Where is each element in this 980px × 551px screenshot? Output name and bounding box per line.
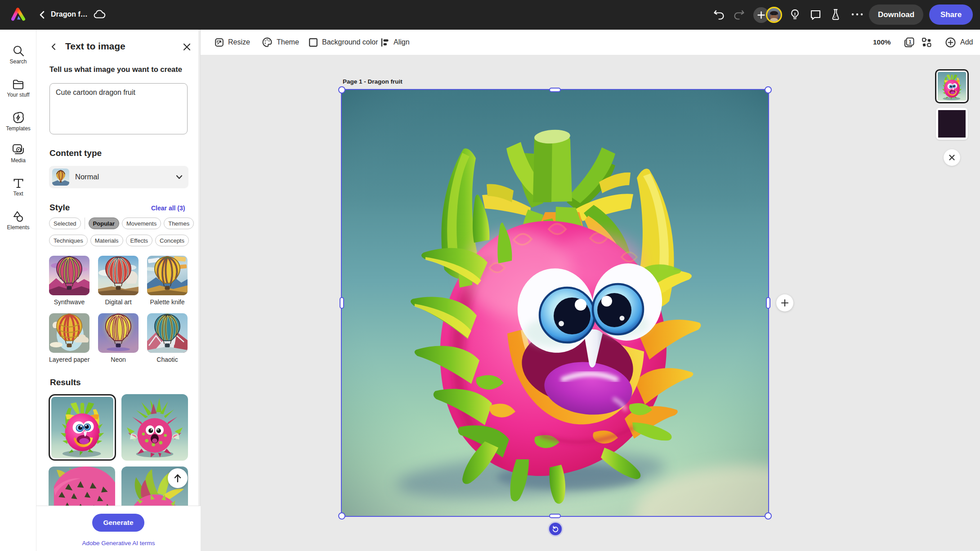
svg-text:1: 1 — [908, 39, 911, 44]
